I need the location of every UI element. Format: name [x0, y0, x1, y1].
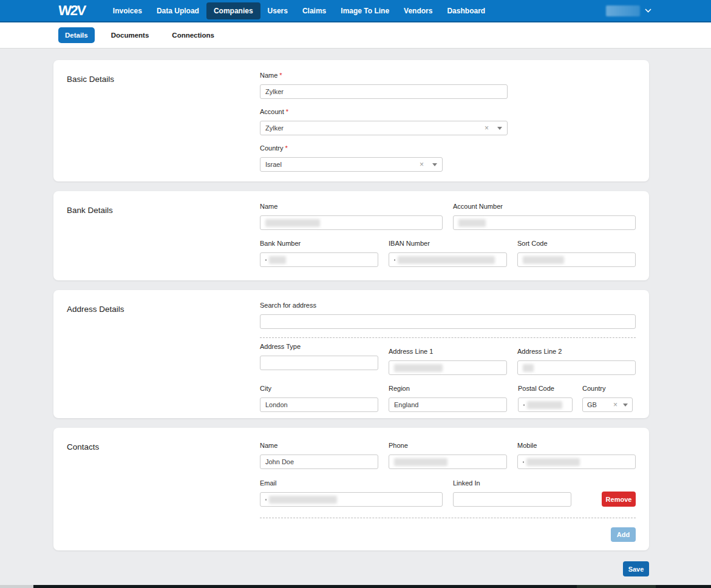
- redacted-mark: [265, 259, 267, 261]
- bottom-edge-left-segment: [0, 585, 33, 588]
- account-label: Account*: [260, 108, 508, 116]
- country-value: Israel: [265, 161, 282, 168]
- region-label: Region: [389, 385, 507, 393]
- city-label: City: [260, 385, 378, 393]
- clear-icon[interactable]: ×: [420, 161, 424, 168]
- account-number-label: Account Number: [453, 203, 636, 211]
- address-line1-input[interactable]: [389, 360, 507, 375]
- contacts-card: Contacts Name John Doe Phone: [53, 428, 649, 550]
- nav-item-image-to-line[interactable]: Image To Line: [333, 2, 396, 19]
- contact-name-input[interactable]: John Doe: [260, 455, 378, 469]
- nav-item-dashboard[interactable]: Dashboard: [440, 2, 492, 19]
- caret-down-icon[interactable]: [623, 404, 628, 407]
- contact-mobile-label: Mobile: [517, 442, 636, 450]
- address-country-label: Country: [582, 385, 633, 393]
- caret-down-icon[interactable]: [432, 163, 437, 166]
- required-asterisk: *: [279, 72, 282, 79]
- address-search-label: Search for address: [260, 302, 636, 309]
- address-type-input[interactable]: [260, 356, 378, 370]
- bank-name-input[interactable]: [260, 215, 443, 230]
- contact-phone-label: Phone: [389, 442, 507, 450]
- tab-connections[interactable]: Connections: [165, 27, 221, 43]
- region-input[interactable]: England: [389, 397, 507, 412]
- clear-icon[interactable]: ×: [485, 124, 489, 132]
- bank-details-card: Bank Details Name Account Number: [53, 191, 649, 280]
- contact-name-label: Name: [260, 442, 378, 450]
- divider: [260, 337, 636, 338]
- app-logo[interactable]: W2V: [58, 2, 86, 19]
- bottom-edge-bar: [0, 585, 711, 588]
- contact-mobile-input[interactable]: [517, 455, 636, 469]
- user-name-redacted[interactable]: [606, 5, 640, 16]
- nav-item-invoices[interactable]: Invoices: [106, 2, 149, 19]
- redacted-value: [527, 401, 562, 409]
- remove-contact-button[interactable]: Remove: [602, 492, 636, 507]
- bank-name-label: Name: [260, 203, 443, 211]
- nav-item-vendors[interactable]: Vendors: [396, 2, 440, 19]
- contact-name-value: John Doe: [265, 458, 294, 465]
- bank-details-title: Bank Details: [67, 206, 113, 215]
- tab-details[interactable]: Details: [58, 27, 95, 43]
- address-country-value: GB: [587, 401, 597, 408]
- redacted-value: [269, 496, 337, 504]
- redacted-value: [458, 219, 486, 227]
- main-content: Basic Details Name* Zylker Account* Zylk…: [0, 49, 711, 576]
- contact-linkedin-label: Linked In: [453, 479, 571, 487]
- bank-number-input[interactable]: [260, 252, 378, 267]
- name-label: Name*: [260, 72, 508, 79]
- redacted-mark: [265, 499, 267, 501]
- company-name-value: Zylker: [265, 88, 284, 95]
- postal-code-label: Postal Code: [518, 385, 573, 393]
- top-navigation: W2V Invoices Data Upload Companies Users…: [0, 0, 711, 22]
- company-tabs: Details Documents Connections: [0, 22, 711, 49]
- required-asterisk: *: [286, 108, 288, 116]
- address-details-card: Address Details Search for address Addre…: [53, 290, 649, 418]
- address-type-label: Address Type: [260, 343, 378, 351]
- contact-phone-input[interactable]: [389, 455, 507, 469]
- clear-icon[interactable]: ×: [613, 401, 617, 408]
- account-number-input[interactable]: [453, 215, 636, 230]
- iban-number-input[interactable]: [389, 252, 507, 267]
- basic-details-title: Basic Details: [67, 75, 114, 84]
- required-asterisk: *: [285, 144, 288, 152]
- city-input[interactable]: London: [260, 397, 378, 412]
- sort-code-input[interactable]: [517, 252, 636, 267]
- nav-item-companies[interactable]: Companies: [206, 2, 260, 19]
- address-line2-input[interactable]: [517, 360, 636, 375]
- basic-details-card: Basic Details Name* Zylker Account* Zylk…: [53, 60, 649, 181]
- contact-email-input[interactable]: [260, 492, 443, 507]
- nav-item-claims[interactable]: Claims: [295, 2, 333, 19]
- address-search-input[interactable]: [260, 314, 636, 329]
- bank-number-label: Bank Number: [260, 240, 378, 248]
- redacted-value: [394, 458, 447, 466]
- contacts-title: Contacts: [67, 442, 99, 451]
- chevron-down-icon[interactable]: [645, 8, 651, 13]
- address-line2-label: Address Line 2: [517, 348, 636, 356]
- account-select[interactable]: Zylker ×: [260, 121, 508, 135]
- address-country-select[interactable]: GB ×: [582, 397, 633, 412]
- address-line1-label: Address Line 1: [389, 348, 507, 356]
- tab-documents[interactable]: Documents: [104, 27, 156, 43]
- redacted-value: [265, 219, 320, 227]
- redacted-mark: [523, 404, 525, 406]
- nav-item-data-upload[interactable]: Data Upload: [149, 2, 206, 19]
- company-name-input[interactable]: Zylker: [260, 84, 508, 99]
- iban-number-label: IBAN Number: [389, 240, 507, 248]
- postal-code-input[interactable]: [518, 397, 573, 412]
- city-value: London: [265, 401, 288, 408]
- account-value: Zylker: [265, 124, 284, 132]
- save-row: Save: [53, 561, 649, 576]
- add-contact-button[interactable]: Add: [611, 527, 636, 542]
- caret-down-icon[interactable]: [497, 127, 502, 130]
- bottom-edge-mid-segment: [577, 585, 656, 588]
- user-menu[interactable]: [606, 5, 651, 16]
- nav-item-users[interactable]: Users: [260, 2, 295, 19]
- country-label: Country*: [260, 144, 443, 152]
- redacted-mark: [394, 259, 395, 261]
- save-button[interactable]: Save: [623, 561, 649, 576]
- country-select[interactable]: Israel ×: [260, 157, 443, 172]
- sort-code-label: Sort Code: [517, 240, 636, 248]
- redacted-value: [269, 256, 286, 264]
- contact-linkedin-input[interactable]: [453, 492, 571, 507]
- redacted-value: [523, 256, 564, 264]
